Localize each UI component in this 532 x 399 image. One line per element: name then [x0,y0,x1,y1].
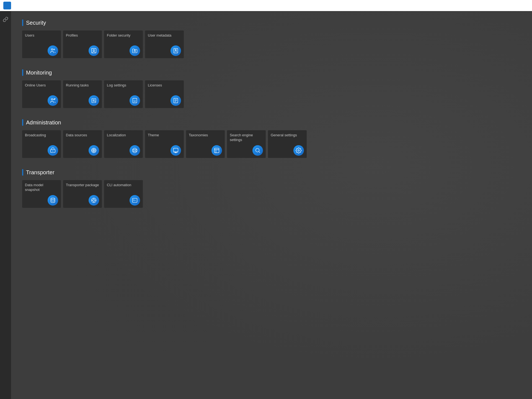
card-label-search-engine-settings: Search engine settings [230,133,263,142]
card-data-sources[interactable]: Data sources [63,130,102,158]
card-label-taxonomies: Taxonomies [189,133,222,138]
cards-grid-monitoring: Online UsersRunning tasksLog settingsLic… [22,80,521,108]
card-label-broadcasting: Broadcasting [25,133,58,138]
card-label-profiles: Profiles [66,33,99,38]
card-label-log-settings: Log settings [107,83,140,88]
card-profiles[interactable]: Profiles [63,30,102,58]
card-icon-circle-profiles [89,45,99,56]
card-label-user-metadata: User metadata [148,33,181,38]
theme-icon [173,147,179,154]
card-log-settings[interactable]: Log settings [104,80,143,108]
card-icon-row-licenses [148,95,181,108]
card-icon-circle-localization [130,145,140,156]
transporter-package-icon [91,197,97,203]
card-icon-circle-broadcasting [48,145,58,156]
card-icon-row-localization [107,145,140,158]
card-icon-circle-licenses [171,95,181,106]
navbar [0,0,532,11]
log-settings-icon [132,98,138,104]
running-tasks-icon [91,98,97,104]
cards-grid-security: UsersProfilesFolder securityUser metadat… [22,30,521,58]
card-icon-row-transporter-package [66,195,99,208]
card-label-folder-security: Folder security [107,33,140,38]
card-search-engine-settings[interactable]: Search engine settings [227,130,266,158]
card-icon-circle-running-tasks [89,95,99,106]
card-label-transporter-package: Transporter package [66,183,99,188]
cli-automation-icon [132,197,138,203]
card-label-users: Users [25,33,58,38]
card-icon-circle-general-settings [293,145,304,156]
card-folder-security[interactable]: Folder security [104,30,143,58]
card-icon-circle-cli-automation [130,195,140,206]
broadcasting-icon [50,147,56,154]
sidebar-settings-icon[interactable] [1,14,11,26]
card-icon-circle-transporter-package [89,195,99,206]
card-theme[interactable]: Theme [145,130,184,158]
card-licenses[interactable]: Licenses [145,80,184,108]
card-icon-row-log-settings [107,95,140,108]
card-icon-circle-data-sources [89,145,99,156]
card-icon-row-search-engine-settings [230,145,263,158]
card-localization[interactable]: Localization [104,130,143,158]
users-icon [50,48,56,54]
card-icon-circle-users [48,45,58,56]
card-label-licenses: Licenses [148,83,181,88]
card-users[interactable]: Users [22,30,61,58]
card-label-online-users: Online Users [25,83,58,88]
card-icon-circle-log-settings [130,95,140,106]
card-icon-row-theme [148,145,181,158]
card-icon-circle-online-users [48,95,58,106]
card-icon-row-cli-automation [107,195,140,208]
card-running-tasks[interactable]: Running tasks [63,80,102,108]
card-label-cli-automation: CLI automation [107,183,140,188]
card-label-general-settings: General settings [271,133,304,138]
licenses-icon [173,98,179,104]
card-icon-circle-folder-security [130,45,140,56]
user-metadata-icon [173,48,179,54]
card-label-theme: Theme [148,133,181,138]
card-online-users[interactable]: Online Users [22,80,61,108]
sections-container: SecurityUsersProfilesFolder securityUser… [22,19,521,208]
cards-grid-transporter: Data model snapshotTransporter packageCL… [22,180,521,208]
section-title-security: Security [22,19,521,26]
card-icon-circle-data-model-snapshot [48,195,58,206]
section-title-transporter: Transporter [22,169,521,176]
card-user-metadata[interactable]: User metadata [145,30,184,58]
card-icon-row-taxonomies [189,145,222,158]
folder-security-icon [132,48,138,54]
card-icon-row-running-tasks [66,95,99,108]
card-icon-row-data-sources [66,145,99,158]
section-administration: AdministrationBroadcastingData sourcesLo… [22,119,521,158]
card-icon-circle-user-metadata [171,45,181,56]
section-security: SecurityUsersProfilesFolder securityUser… [22,19,521,58]
card-icon-circle-search-engine-settings [252,145,263,156]
card-broadcasting[interactable]: Broadcasting [22,130,61,158]
logo-icon [3,2,11,9]
card-data-model-snapshot[interactable]: Data model snapshot [22,180,61,208]
card-label-data-sources: Data sources [66,133,99,138]
localization-icon [132,147,138,154]
card-taxonomies[interactable]: Taxonomies [186,130,225,158]
card-icon-row-data-model-snapshot [25,195,58,208]
card-cli-automation[interactable]: CLI automation [104,180,143,208]
section-transporter: TransporterData model snapshotTransporte… [22,169,521,208]
data-model-snapshot-icon [50,197,56,203]
card-icon-row-folder-security [107,45,140,58]
sidebar [0,11,11,399]
card-general-settings[interactable]: General settings [268,130,307,158]
search-engine-settings-icon [255,147,261,154]
card-icon-row-users [25,45,58,58]
card-icon-circle-theme [171,145,181,156]
card-icon-row-broadcasting [25,145,58,158]
taxonomies-icon [214,147,220,154]
card-transporter-package[interactable]: Transporter package [63,180,102,208]
section-monitoring: MonitoringOnline UsersRunning tasksLog s… [22,69,521,108]
general-settings-icon [296,147,302,154]
section-title-administration: Administration [22,119,521,126]
card-label-localization: Localization [107,133,140,138]
card-icon-row-online-users [25,95,58,108]
profiles-icon [91,48,97,54]
card-icon-circle-taxonomies [211,145,222,156]
main-content: SecurityUsersProfilesFolder securityUser… [11,11,532,399]
card-label-data-model-snapshot: Data model snapshot [25,183,58,192]
